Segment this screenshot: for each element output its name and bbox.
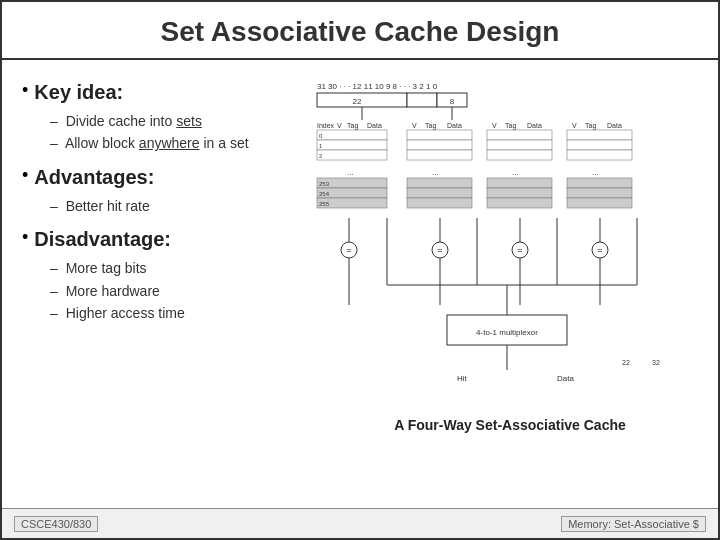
svg-rect-42: [487, 198, 552, 208]
svg-text:31 30 · · · 12 11 10  9  8  · : 31 30 · · · 12 11 10 9 8 · · · 3 2 1 0: [317, 82, 438, 91]
svg-text:Hit: Hit: [457, 374, 468, 383]
advantages-section: • Advantages: – Better hit rate: [22, 165, 282, 217]
svg-rect-30: [407, 178, 472, 188]
right-content: 31 30 · · · 12 11 10 9 8 · · · 3 2 1 0 2…: [302, 70, 718, 508]
svg-text:Data: Data: [607, 122, 622, 129]
svg-text:253: 253: [319, 181, 330, 187]
svg-rect-3: [407, 93, 437, 107]
svg-text:...: ...: [432, 168, 439, 177]
svg-text:Tag: Tag: [425, 122, 436, 130]
bullet-dot-3: •: [22, 227, 28, 249]
advantages-subbullets: – Better hit rate: [50, 195, 282, 217]
footer-right-label: Memory: Set-Associative $: [561, 516, 706, 532]
svg-text:=: =: [597, 245, 602, 255]
svg-text:...: ...: [592, 168, 599, 177]
svg-rect-50: [567, 178, 632, 188]
svg-rect-27: [407, 140, 472, 150]
svg-rect-28: [407, 150, 472, 160]
svg-text:Tag: Tag: [585, 122, 596, 130]
svg-rect-37: [487, 140, 552, 150]
key-idea-bullet: • Key idea:: [22, 80, 282, 104]
bullet-dot-1: •: [22, 80, 28, 102]
left-content: • Key idea: – Divide cache into sets – A…: [2, 70, 302, 508]
slide-title: Set Associative Cache Design: [161, 16, 560, 47]
key-idea-sub-2: – Allow block anywhere in a set: [50, 132, 282, 154]
svg-text:V: V: [572, 122, 577, 129]
key-idea-section: • Key idea: – Divide cache into sets – A…: [22, 80, 282, 155]
key-idea-label: Key idea:: [34, 80, 123, 104]
svg-text:Tag: Tag: [505, 122, 516, 130]
advantages-sub-1: – Better hit rate: [50, 195, 282, 217]
cache-diagram-svg: 31 30 · · · 12 11 10 9 8 · · · 3 2 1 0 2…: [307, 75, 697, 415]
svg-text:V: V: [492, 122, 497, 129]
content-area: • Key idea: – Divide cache into sets – A…: [2, 60, 718, 508]
svg-text:22: 22: [622, 359, 630, 366]
disadvantage-subbullets: – More tag bits – More hardware – Higher…: [50, 257, 282, 324]
svg-rect-31: [407, 188, 472, 198]
svg-text:=: =: [437, 245, 442, 255]
disadvantage-sub-1: – More tag bits: [50, 257, 282, 279]
svg-text:8: 8: [450, 97, 455, 106]
disadvantage-sub-2: – More hardware: [50, 280, 282, 302]
disadvantage-section: • Disadvantage: – More tag bits – More h…: [22, 227, 282, 324]
svg-text:...: ...: [512, 168, 519, 177]
diagram-container: 31 30 · · · 12 11 10 9 8 · · · 3 2 1 0 2…: [307, 75, 713, 415]
svg-rect-10: [317, 130, 387, 140]
svg-text:V: V: [337, 122, 342, 129]
svg-rect-46: [567, 130, 632, 140]
svg-text:Data: Data: [527, 122, 542, 129]
svg-rect-47: [567, 140, 632, 150]
svg-rect-32: [407, 198, 472, 208]
disadvantage-bullet: • Disadvantage:: [22, 227, 282, 251]
svg-text:=: =: [346, 245, 351, 255]
svg-text:32: 32: [652, 359, 660, 366]
svg-text:255: 255: [319, 201, 330, 207]
svg-rect-48: [567, 150, 632, 160]
slide-container: Set Associative Cache Design • Key idea:…: [0, 0, 720, 540]
disadvantage-label: Disadvantage:: [34, 227, 171, 251]
key-idea-sub-1: – Divide cache into sets: [50, 110, 282, 132]
svg-rect-40: [487, 178, 552, 188]
svg-rect-38: [487, 150, 552, 160]
svg-rect-14: [317, 150, 387, 160]
bullet-dot-2: •: [22, 165, 28, 187]
anywhere-underline: anywhere: [139, 135, 200, 151]
key-idea-subbullets: – Divide cache into sets – Allow block a…: [50, 110, 282, 155]
svg-rect-1: [317, 93, 407, 107]
svg-text:...: ...: [347, 168, 354, 177]
svg-rect-41: [487, 188, 552, 198]
footer-left-label: CSCE430/830: [14, 516, 98, 532]
svg-text:Data: Data: [367, 122, 382, 129]
svg-rect-51: [567, 188, 632, 198]
svg-text:Index: Index: [317, 122, 335, 129]
footer-area: CSCE430/830 Memory: Set-Associative $: [2, 508, 718, 538]
svg-text:22: 22: [353, 97, 362, 106]
svg-text:Data: Data: [447, 122, 462, 129]
title-section: Set Associative Cache Design: [2, 2, 718, 60]
diagram-caption: A Four-Way Set-Associative Cache: [307, 417, 713, 433]
svg-text:Data: Data: [557, 374, 574, 383]
svg-text:Tag: Tag: [347, 122, 358, 130]
svg-text:4-to-1 multiplexor: 4-to-1 multiplexor: [476, 328, 538, 337]
svg-rect-12: [317, 140, 387, 150]
sets-underline: sets: [176, 113, 202, 129]
svg-rect-52: [567, 198, 632, 208]
svg-text:=: =: [517, 245, 522, 255]
advantages-label: Advantages:: [34, 165, 154, 189]
svg-rect-26: [407, 130, 472, 140]
svg-text:V: V: [412, 122, 417, 129]
svg-text:254: 254: [319, 191, 330, 197]
advantages-bullet: • Advantages:: [22, 165, 282, 189]
disadvantage-sub-3: – Higher access time: [50, 302, 282, 324]
svg-rect-36: [487, 130, 552, 140]
